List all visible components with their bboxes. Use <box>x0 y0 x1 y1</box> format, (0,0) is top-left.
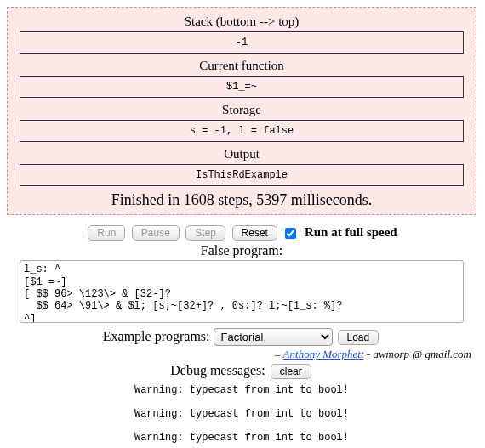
examples-select[interactable]: Factorial <box>214 328 333 346</box>
warning-line: Warning: typecast from int to bool! <box>7 432 476 444</box>
storage-value: s = -1, l = false <box>20 120 464 142</box>
storage-title: Storage <box>14 103 469 117</box>
examples-label: Example programs: <box>103 329 210 343</box>
pause-button[interactable]: Pause <box>132 225 180 241</box>
run-button[interactable]: Run <box>88 225 125 241</box>
state-panel: Stack (bottom --> top) -1 Current functi… <box>7 7 476 215</box>
stack-title: Stack (bottom --> top) <box>14 14 469 29</box>
debug-row: Debug messages: clear <box>7 363 476 379</box>
output-value: IsThisRdExample <box>20 164 464 186</box>
debug-label: Debug messages: <box>170 363 265 377</box>
current-function-value: $1_=~ <box>20 76 464 98</box>
stack-value: -1 <box>20 31 464 54</box>
fullspeed-label[interactable]: Run at full speed <box>305 225 397 239</box>
fullspeed-checkbox[interactable] <box>285 228 296 239</box>
examples-row: Example programs: Factorial Load <box>7 328 476 346</box>
clear-button[interactable]: clear <box>271 364 311 379</box>
credit-line: – Anthony Morphett - awmorp @ gmail.com <box>7 348 471 361</box>
warning-line: Warning: typecast from int to bool! <box>7 384 476 396</box>
program-textarea[interactable] <box>20 260 464 323</box>
step-button[interactable]: Step <box>185 225 225 241</box>
author-link[interactable]: Anthony Morphett <box>283 348 364 360</box>
program-title: False program: <box>7 243 476 258</box>
finished-message: Finished in 1608 steps, 5397 millisecond… <box>14 191 469 209</box>
warning-line: Warning: typecast from int to bool! <box>7 408 476 420</box>
reset-button[interactable]: Reset <box>232 225 277 241</box>
current-function-title: Current function <box>14 59 469 73</box>
load-button[interactable]: Load <box>338 330 379 345</box>
controls-row: Run Pause Step Reset Run at full speed <box>7 225 476 241</box>
output-title: Output <box>14 147 469 162</box>
